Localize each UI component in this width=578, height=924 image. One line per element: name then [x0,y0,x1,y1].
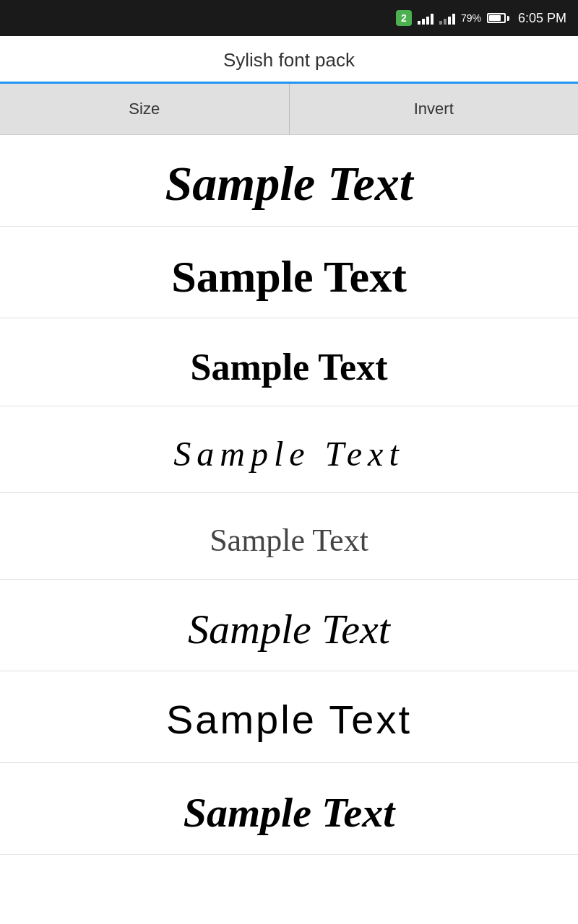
font-item-3[interactable]: Sample Text [0,318,578,406]
font-item-2[interactable]: Sample Text Sample Text [0,227,578,318]
font-item-7[interactable]: Sample Text [0,671,578,763]
status-bar: 2 79% 6:05 PM [0,0,578,36]
font-list: Sample Text Sample Text Sample Text Samp… [0,135,578,855]
font-sample-8: Sample Text [58,776,520,841]
svg-text:Sample Text: Sample Text [165,156,414,211]
font-sample-5: Sample Text [79,507,499,565]
svg-text:Sample Text: Sample Text [190,346,388,388]
svg-text:Sample Text: Sample Text [210,523,368,558]
font-sample-7: Sample Text [51,684,527,749]
font-sample-2: Sample Text [79,240,499,305]
signal-icon [418,12,434,25]
font-item-5[interactable]: Sample Text [0,493,578,580]
battery-percent: 79% [461,12,481,24]
signal-icon-2 [439,12,455,25]
font-item-6[interactable]: Sample Text [0,580,578,671]
font-item-8[interactable]: Sample Text [0,763,578,855]
notification-badge: 2 [396,10,412,26]
size-button[interactable]: Size [0,84,290,134]
battery-icon [487,13,509,23]
svg-text:Sample Text: Sample Text [184,789,397,836]
svg-text:Sample Text: Sample Text [166,697,412,742]
font-item-1[interactable]: Sample Text [0,135,578,227]
font-item-4[interactable]: Sample Text [0,406,578,493]
app-title: Sylish font pack [0,49,578,82]
svg-text:Sample   Text: Sample Text [173,435,405,473]
svg-text:Sample Text: Sample Text [171,252,407,301]
app-header: Sylish font pack [0,36,578,84]
svg-text:Sample Text: Sample Text [188,606,392,653]
invert-button[interactable]: Invert [290,84,579,134]
font-sample-4: Sample Text [36,421,542,479]
control-buttons: Size Invert [0,84,578,135]
font-sample-1: Sample Text [79,148,499,213]
font-sample-3: Sample Text [79,331,499,393]
font-sample-6: Sample Text [65,593,513,658]
status-time: 6:05 PM [518,11,566,26]
